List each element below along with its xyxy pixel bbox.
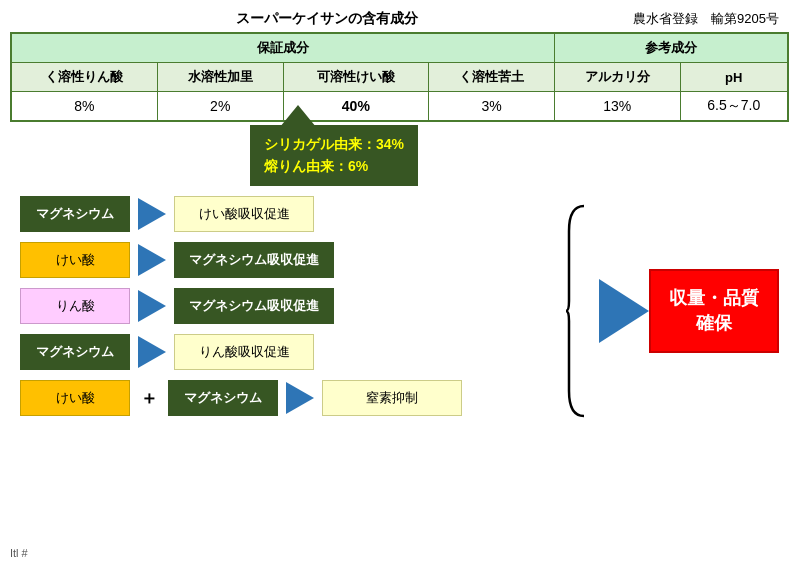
table-title-row: スーパーケイサンの含有成分 農水省登録 輸第9205号 bbox=[10, 10, 789, 28]
box-magnesium-absorption-2: マグネシウム吸収促進 bbox=[174, 288, 334, 324]
brace-container bbox=[564, 201, 594, 421]
callout-box: シリカゲル由来：34% 熔りん由来：6% bbox=[250, 125, 418, 186]
callout-arrow bbox=[280, 105, 316, 127]
col-header-3: 可溶性けい酸 bbox=[283, 63, 429, 92]
box-magnesium-1: マグネシウム bbox=[20, 196, 130, 232]
big-arrow bbox=[599, 279, 649, 343]
result-line1: 収量・品質 bbox=[669, 286, 759, 311]
callout-container: シリカゲル由来：34% 熔りん由来：6% bbox=[250, 125, 789, 186]
col-header-2: 水溶性加里 bbox=[157, 63, 283, 92]
box-keisan-1: けい酸 bbox=[20, 242, 130, 278]
box-rinsan-absorption: りん酸吸収促進 bbox=[174, 334, 314, 370]
result-box: 収量・品質 確保 bbox=[649, 269, 779, 353]
diagram-row-5: けい酸 ＋ マグネシウム 窒素抑制 bbox=[20, 380, 559, 416]
box-magnesium-absorption-1: マグネシウム吸収促進 bbox=[174, 242, 334, 278]
registration-text: 農水省登録 輸第9205号 bbox=[633, 10, 779, 28]
callout-line2: 熔りん由来：6% bbox=[264, 155, 404, 177]
group1-header: 保証成分 bbox=[11, 33, 554, 63]
table-section: スーパーケイサンの含有成分 農水省登録 輸第9205号 保証成分 参考成分 く溶… bbox=[10, 10, 789, 122]
col-header-1: く溶性りん酸 bbox=[11, 63, 157, 92]
arrow-3 bbox=[138, 290, 166, 322]
group2-header: 参考成分 bbox=[554, 33, 788, 63]
val-4: 3% bbox=[429, 92, 555, 122]
box-magnesium-3: マグネシウム bbox=[168, 380, 278, 416]
col-header-6: pH bbox=[680, 63, 788, 92]
table-title: スーパーケイサンの含有成分 bbox=[20, 10, 633, 28]
result-line2: 確保 bbox=[669, 311, 759, 336]
col-header-4: く溶性苦土 bbox=[429, 63, 555, 92]
plus-icon: ＋ bbox=[140, 386, 158, 410]
box-rinsan-1: りん酸 bbox=[20, 288, 130, 324]
box-keisan-2: けい酸 bbox=[20, 380, 130, 416]
val-1: 8% bbox=[11, 92, 157, 122]
callout-line1: シリカゲル由来：34% bbox=[264, 133, 404, 155]
bottom-note: Itl # bbox=[10, 547, 28, 559]
diagram-row-3: りん酸 マグネシウム吸収促進 bbox=[20, 288, 559, 324]
arrow-5 bbox=[286, 382, 314, 414]
diagram-rows: マグネシウム けい酸吸収促進 けい酸 マグネシウム吸収促進 りん酸 マグネシウム… bbox=[20, 196, 559, 426]
diagram-section: マグネシウム けい酸吸収促進 けい酸 マグネシウム吸収促進 りん酸 マグネシウム… bbox=[10, 196, 789, 426]
composition-table: 保証成分 参考成分 く溶性りん酸 水溶性加里 可溶性けい酸 く溶性苦土 アルカリ… bbox=[10, 32, 789, 122]
diagram-row-1: マグネシウム けい酸吸収促進 bbox=[20, 196, 559, 232]
val-5: 13% bbox=[554, 92, 680, 122]
val-6: 6.5～7.0 bbox=[680, 92, 788, 122]
arrow-1 bbox=[138, 198, 166, 230]
brace-svg bbox=[564, 201, 594, 421]
val-2: 2% bbox=[157, 92, 283, 122]
box-magnesium-2: マグネシウム bbox=[20, 334, 130, 370]
arrow-2 bbox=[138, 244, 166, 276]
box-silicic-absorption: けい酸吸収促進 bbox=[174, 196, 314, 232]
box-nitrogen-suppression: 窒素抑制 bbox=[322, 380, 462, 416]
col-header-5: アルカリ分 bbox=[554, 63, 680, 92]
diagram-row-2: けい酸 マグネシウム吸収促進 bbox=[20, 242, 559, 278]
arrow-4 bbox=[138, 336, 166, 368]
diagram-main: マグネシウム けい酸吸収促進 けい酸 マグネシウム吸収促進 りん酸 マグネシウム… bbox=[20, 196, 779, 426]
diagram-row-4: マグネシウム りん酸吸収促進 bbox=[20, 334, 559, 370]
